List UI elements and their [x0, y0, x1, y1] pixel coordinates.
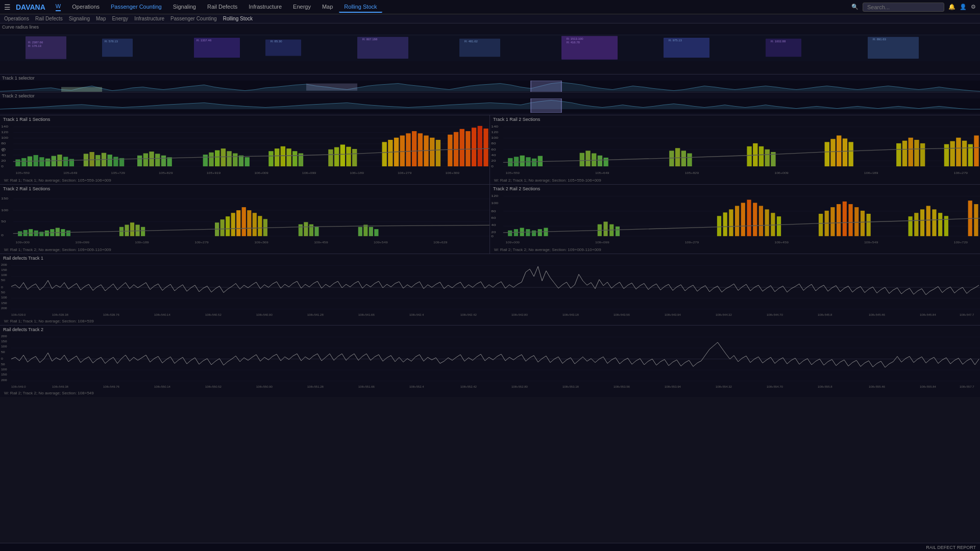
svg-rect-181 [29, 229, 33, 236]
svg-text:106+009: 106+009 [254, 171, 268, 174]
svg-rect-135 [580, 153, 584, 166]
chart-panel-t1r2: Track 1 Rail 2 Sections 140 120 100 80 6… [490, 115, 980, 185]
nav-raildefects[interactable]: Rail Defects [202, 2, 242, 13]
svg-rect-70 [203, 155, 208, 166]
svg-text:108+552.80: 108+552.80 [511, 385, 528, 388]
sec-energy[interactable]: Energy [112, 16, 128, 21]
sec-passenger[interactable]: Passenger Counting [170, 16, 217, 21]
svg-text:108+545.8: 108+545.8 [818, 313, 832, 316]
svg-text:108+554.70: 108+554.70 [767, 385, 783, 388]
panel-t1r1-title: Track 1 Rail 1 Sections [3, 117, 50, 122]
panel-t2r2-title: Track 2 Rail 2 Sections [493, 186, 540, 191]
svg-rect-242 [717, 216, 721, 236]
svg-rect-150 [830, 139, 835, 166]
svg-text:106+279: 106+279 [953, 171, 968, 174]
svg-rect-1 [26, 36, 66, 59]
sec-map[interactable]: Map [96, 16, 106, 21]
svg-text:R: 891.63: R: 891.63 [873, 38, 886, 41]
svg-text:100: 100 [491, 201, 498, 205]
nav-signaling[interactable]: Signaling [168, 2, 201, 13]
nav-operations[interactable]: Operations [67, 2, 105, 13]
sec-signaling[interactable]: Signaling [69, 16, 90, 21]
svg-rect-134 [538, 156, 543, 166]
chart-panel-t2r2: Track 2 Rail 2 Sections 120 100 80 60 40… [490, 185, 980, 254]
line-t1-svg: 200 150 100 50 0 50 100 150 200 108+539.… [0, 261, 980, 318]
settings-icon[interactable]: ⚙ [971, 4, 976, 10]
svg-rect-139 [603, 158, 608, 166]
svg-text:108+545.46: 108+545.46 [869, 313, 885, 316]
sec-infrastructure[interactable]: Infrastructure [134, 16, 164, 21]
svg-text:108+551.28: 108+551.28 [307, 385, 324, 388]
bar-charts-area: Track 1 Rail 1 Sections 140 120 100 80 6… [0, 115, 980, 254]
panel-t1r2-title: Track 1 Rail 2 Sections [493, 117, 540, 122]
svg-rect-152 [843, 139, 847, 167]
w-label[interactable]: W [56, 3, 61, 11]
nav-energy[interactable]: Energy [288, 2, 316, 13]
svg-text:108+540.14: 108+540.14 [154, 313, 170, 316]
svg-text:60: 60 [491, 216, 496, 220]
svg-rect-250 [765, 209, 769, 236]
svg-text:50: 50 [1, 291, 5, 294]
svg-rect-47 [15, 159, 20, 166]
svg-text:109+459: 109+459 [314, 241, 328, 244]
svg-rect-188 [66, 230, 70, 236]
svg-rect-77 [245, 157, 250, 166]
nav-rollingstock[interactable]: Rolling Stock [339, 2, 382, 13]
svg-rect-195 [220, 219, 225, 236]
track2-minimap [0, 98, 980, 113]
svg-rect-142 [681, 151, 686, 166]
svg-text:100: 100 [491, 136, 498, 140]
svg-rect-50 [33, 155, 38, 166]
svg-text:108+543.56: 108+543.56 [614, 313, 630, 316]
svg-rect-61 [108, 155, 112, 166]
nav-infrastructure[interactable]: Infrastructure [243, 2, 287, 13]
svg-text:0: 0 [1, 285, 3, 288]
svg-rect-264 [920, 209, 924, 236]
sec-raildefects[interactable]: Rail Defects [35, 16, 63, 21]
svg-rect-72 [215, 151, 219, 167]
svg-text:105+829: 105+829 [685, 171, 699, 174]
svg-text:106+189: 106+189 [350, 171, 364, 174]
menu-icon[interactable]: ☰ [4, 3, 11, 11]
svg-rect-267 [938, 213, 942, 236]
svg-text:105+559: 105+559 [505, 171, 520, 174]
nav-map[interactable]: Map [317, 2, 338, 13]
track1-minimap [0, 81, 980, 92]
svg-text:108+542.42: 108+542.42 [460, 313, 477, 316]
svg-text:R: 481.62: R: 481.62 [464, 40, 478, 43]
svg-rect-263 [914, 213, 918, 236]
svg-rect-79 [275, 148, 279, 166]
svg-rect-89 [382, 142, 386, 166]
svg-text:108+543.18: 108+543.18 [562, 313, 579, 316]
svg-text:150: 150 [1, 301, 7, 304]
svg-rect-191 [130, 222, 134, 236]
track1-selector[interactable]: Track 1 selector [0, 74, 980, 92]
svg-rect-202 [258, 216, 262, 236]
sec-rolling[interactable]: Rolling Stock [223, 16, 253, 21]
nav-passenger[interactable]: Passenger Counting [106, 2, 167, 13]
svg-text:P/s: P/s [1, 148, 5, 152]
search-input[interactable] [863, 3, 944, 12]
svg-rect-95 [418, 133, 423, 166]
svg-text:108+544.70: 108+544.70 [767, 313, 783, 316]
sec-operations[interactable]: Operations [4, 16, 29, 21]
curve-radius-chart: R: 2387.66 R: 176.13 R: 578.13 R: 1337.4… [0, 30, 980, 70]
svg-text:40: 40 [1, 154, 6, 157]
svg-rect-154 [896, 143, 901, 166]
curve-radius-row: Curve radius lines R: 2387.66 R: 176.13 … [0, 23, 980, 74]
svg-text:50: 50 [1, 362, 5, 365]
svg-rect-105 [483, 129, 488, 166]
track2-selector[interactable]: Track 2 selector [0, 92, 980, 115]
user-icon[interactable]: 👤 [960, 4, 967, 10]
svg-text:108+547.7: 108+547.7 [960, 313, 974, 316]
chart-t2r2-info: W: Rail 2; Track 2; No average; Section:… [492, 247, 603, 253]
svg-rect-65 [143, 153, 148, 166]
svg-text:40: 40 [491, 154, 496, 157]
svg-text:100: 100 [1, 208, 8, 212]
svg-rect-92 [400, 136, 405, 166]
svg-rect-104 [478, 126, 482, 166]
svg-rect-94 [412, 131, 416, 166]
nav-right: 🔍 🔔 👤 ⚙ [851, 3, 976, 12]
notifications-icon[interactable]: 🔔 [948, 4, 955, 10]
svg-rect-209 [363, 224, 368, 236]
